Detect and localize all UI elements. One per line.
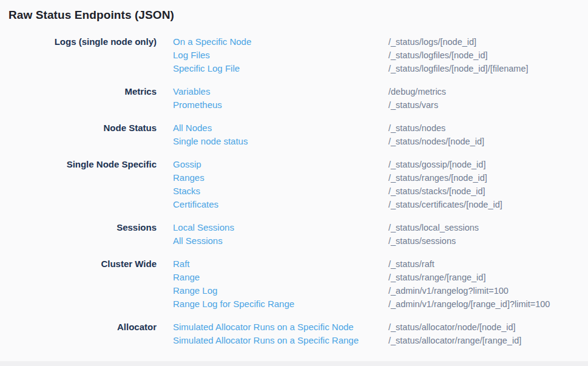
- endpoint-link-cell: Local Sessions: [173, 221, 388, 234]
- endpoint-link-cell: Gossip: [173, 158, 388, 171]
- endpoint-path: /_status/nodes: [388, 121, 445, 135]
- endpoint-link[interactable]: Specific Log File: [173, 63, 240, 73]
- endpoint-row: Simulated Allocator Runs on a Specific R…: [173, 334, 588, 347]
- endpoint-link[interactable]: Simulated Allocator Runs on a Specific R…: [173, 335, 359, 345]
- endpoint-row: Range /_status/range/[range_id]: [173, 271, 588, 284]
- category-label: Sessions: [0, 221, 157, 234]
- endpoint-link-cell: Range: [173, 271, 388, 284]
- endpoint-row: Range Log /_admin/v1/rangelog?limit=100: [173, 284, 588, 297]
- endpoint-link[interactable]: Range Log for Specific Range: [173, 299, 294, 309]
- category-label: Metrics: [0, 85, 157, 98]
- endpoint-row: Gossip /_status/gossip/[node_id]: [173, 158, 588, 171]
- endpoint-link[interactable]: Simulated Allocator Runs on a Specific N…: [173, 322, 354, 332]
- endpoint-path: /_status/logs/[node_id]: [388, 35, 476, 49]
- endpoint-link[interactable]: Variables: [173, 86, 210, 97]
- endpoint-row: Prometheus /_status/vars: [173, 98, 588, 112]
- entry-list: Local Sessions /_status/local_sessions A…: [173, 221, 588, 248]
- endpoint-row: Range Log for Specific Range /_admin/v1/…: [173, 297, 588, 311]
- endpoint-path: /_status/local_sessions: [388, 221, 479, 234]
- endpoint-section: Allocator Simulated Allocator Runs on a …: [0, 320, 588, 347]
- endpoint-link[interactable]: Range: [173, 272, 200, 282]
- endpoint-row: Single node status /_status/nodes/[node_…: [173, 135, 588, 148]
- endpoint-link-cell: Log Files: [173, 49, 388, 62]
- page-title: Raw Status Endpoints (JSON): [8, 8, 588, 22]
- endpoint-path: /_status/allocator/range/[range_id]: [388, 334, 521, 347]
- entry-list: All Nodes /_status/nodes Single node sta…: [173, 121, 588, 148]
- endpoint-link[interactable]: Gossip: [173, 159, 201, 169]
- endpoint-path: /_status/gossip/[node_id]: [388, 158, 485, 171]
- endpoint-link-cell: Simulated Allocator Runs on a Specific N…: [173, 320, 388, 334]
- endpoint-link-cell: Range Log: [173, 284, 388, 297]
- endpoint-link[interactable]: Prometheus: [173, 100, 222, 110]
- endpoint-path: /_status/range/[range_id]: [388, 271, 485, 284]
- endpoint-row: Variables /debug/metrics: [173, 85, 588, 98]
- endpoint-path: /_status/sessions: [388, 234, 456, 248]
- category-label: Node Status: [0, 121, 157, 135]
- entry-list: On a Specific Node /_status/logs/[node_i…: [173, 35, 588, 75]
- endpoint-link[interactable]: All Nodes: [173, 123, 212, 133]
- endpoint-section: Sessions Local Sessions /_status/local_s…: [0, 221, 588, 248]
- endpoint-link-cell: Raft: [173, 257, 388, 271]
- endpoint-link[interactable]: Single node status: [173, 136, 248, 146]
- endpoint-row: All Nodes /_status/nodes: [173, 121, 588, 135]
- endpoint-link[interactable]: Log Files: [173, 50, 210, 60]
- endpoint-link-cell: Stacks: [173, 185, 388, 198]
- endpoint-link-cell: Range Log for Specific Range: [173, 297, 388, 311]
- endpoint-row: Certificates /_status/certificates/[node…: [173, 198, 588, 211]
- endpoint-link-cell: Variables: [173, 85, 388, 98]
- endpoint-link-cell: Ranges: [173, 171, 388, 185]
- entry-list: Variables /debug/metrics Prometheus /_st…: [173, 85, 588, 112]
- category-label: Allocator: [0, 320, 157, 334]
- entry-list: Simulated Allocator Runs on a Specific N…: [173, 320, 588, 347]
- endpoint-row: Local Sessions /_status/local_sessions: [173, 221, 588, 234]
- endpoint-link[interactable]: On a Specific Node: [173, 36, 251, 47]
- endpoint-link[interactable]: Certificates: [173, 199, 218, 209]
- endpoint-row: Specific Log File /_status/logfiles/[nod…: [173, 62, 588, 75]
- endpoint-path: /_status/logfiles/[node_id]/[filename]: [388, 62, 529, 75]
- endpoint-path: /_status/ranges/[node_id]: [388, 171, 487, 185]
- endpoint-path: /_status/allocator/node/[node_id]: [388, 320, 516, 334]
- endpoint-sections: Logs (single node only) On a Specific No…: [0, 35, 588, 347]
- endpoint-section: Node Status All Nodes /_status/nodes Sin…: [0, 121, 588, 148]
- endpoint-link-cell: Single node status: [173, 135, 388, 148]
- endpoint-link[interactable]: Local Sessions: [173, 222, 234, 232]
- footer-strip: [0, 361, 588, 366]
- endpoint-row: Simulated Allocator Runs on a Specific N…: [173, 320, 588, 334]
- endpoint-row: Ranges /_status/ranges/[node_id]: [173, 171, 588, 185]
- category-label: Logs (single node only): [0, 35, 157, 49]
- endpoint-link[interactable]: Raft: [173, 259, 190, 269]
- endpoint-path: /_admin/v1/rangelog?limit=100: [388, 284, 509, 297]
- endpoint-row: Log Files /_status/logfiles/[node_id]: [173, 49, 588, 62]
- endpoint-link-cell: Certificates: [173, 198, 388, 211]
- endpoint-link[interactable]: Stacks: [173, 186, 200, 196]
- endpoint-link-cell: Simulated Allocator Runs on a Specific R…: [173, 334, 388, 347]
- entry-list: Raft /_status/raft Range /_status/range/…: [173, 257, 588, 311]
- endpoint-link-cell: All Sessions: [173, 234, 388, 248]
- endpoint-section: Logs (single node only) On a Specific No…: [0, 35, 588, 75]
- endpoint-link[interactable]: Ranges: [173, 172, 204, 183]
- endpoint-link-cell: Prometheus: [173, 98, 388, 112]
- endpoint-path: /_admin/v1/rangelog/[range_id]?limit=100: [388, 297, 550, 311]
- endpoint-section: Cluster Wide Raft /_status/raft Range /_…: [0, 257, 588, 311]
- category-label: Cluster Wide: [0, 257, 157, 271]
- endpoint-path: /_status/nodes/[node_id]: [388, 135, 484, 148]
- endpoint-link[interactable]: All Sessions: [173, 236, 223, 246]
- endpoint-path: /_status/certificates/[node_id]: [388, 198, 502, 211]
- endpoint-link[interactable]: Range Log: [173, 285, 217, 296]
- entry-list: Gossip /_status/gossip/[node_id] Ranges …: [173, 158, 588, 211]
- endpoint-path: /debug/metrics: [388, 85, 446, 98]
- endpoint-section: Single Node Specific Gossip /_status/gos…: [0, 158, 588, 211]
- endpoint-row: Raft /_status/raft: [173, 257, 588, 271]
- endpoint-row: All Sessions /_status/sessions: [173, 234, 588, 248]
- category-label: Single Node Specific: [0, 158, 157, 171]
- raw-status-endpoints-page: Raw Status Endpoints (JSON) Logs (single…: [0, 8, 588, 366]
- endpoint-link-cell: Specific Log File: [173, 62, 388, 75]
- endpoint-path: /_status/raft: [388, 257, 434, 271]
- endpoint-link-cell: All Nodes: [173, 121, 388, 135]
- endpoint-path: /_status/logfiles/[node_id]: [388, 49, 488, 62]
- endpoint-row: On a Specific Node /_status/logs/[node_i…: [173, 35, 588, 49]
- endpoint-section: Metrics Variables /debug/metrics Prometh…: [0, 85, 588, 112]
- endpoint-path: /_status/vars: [388, 98, 438, 112]
- endpoint-link-cell: On a Specific Node: [173, 35, 388, 49]
- endpoint-path: /_status/stacks/[node_id]: [388, 185, 485, 198]
